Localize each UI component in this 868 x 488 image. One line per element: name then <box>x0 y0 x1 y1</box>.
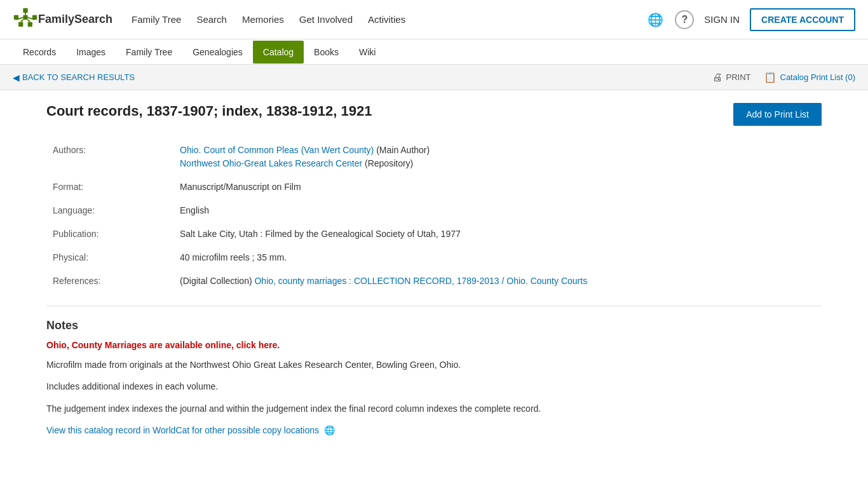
format-row: Format: Manuscript/Manuscript on Film <box>46 175 822 199</box>
authors-value: Ohio. Court of Common Pleas (Van Wert Co… <box>173 139 822 175</box>
publication-label: Publication: <box>46 222 173 246</box>
brand-name: FamilySearch <box>38 13 112 26</box>
publication-value: Salt Lake City, Utah : Filmed by the Gen… <box>173 222 822 246</box>
subnav-records[interactable]: Records <box>13 41 66 64</box>
references-row: References: (Digital Collection) Ohio, c… <box>46 269 822 293</box>
back-label: BACK TO SEARCH RESULTS <box>22 72 135 82</box>
subnav-catalog[interactable]: Catalog <box>253 41 304 64</box>
svg-rect-4 <box>18 22 23 26</box>
author1-role: (Main Author) <box>376 145 430 155</box>
notes-highlight: Ohio, County Marriages are available onl… <box>46 340 822 350</box>
subnav-images[interactable]: Images <box>66 41 116 64</box>
breadcrumb-right-actions: 🖨 PRINT 📋 Catalog Print List (0) <box>712 71 856 83</box>
nav-family-tree[interactable]: Family Tree <box>132 11 181 27</box>
top-nav-right: 🌐 ? SIGN IN CREATE ACCOUNT <box>646 8 855 31</box>
subnav-books[interactable]: Books <box>304 41 349 64</box>
sign-in-link[interactable]: SIGN IN <box>704 14 740 25</box>
publication-row: Publication: Salt Lake City, Utah : Film… <box>46 222 822 246</box>
sub-navigation: Records Images Family Tree Genealogies C… <box>0 39 868 65</box>
record-header: Court records, 1837-1907; index, 1838-19… <box>46 103 822 126</box>
physical-label: Physical: <box>46 246 173 269</box>
format-label: Format: <box>46 175 173 199</box>
subnav-family-tree[interactable]: Family Tree <box>116 41 182 64</box>
print-label: PRINT <box>726 72 751 82</box>
physical-row: Physical: 40 microfilm reels ; 35 mm. <box>46 246 822 269</box>
language-row: Language: English <box>46 199 822 222</box>
svg-rect-0 <box>23 8 27 12</box>
breadcrumb-bar: ◀ BACK TO SEARCH RESULTS 🖨 PRINT 📋 Catal… <box>0 65 868 90</box>
nav-get-involved[interactable]: Get Involved <box>299 11 353 27</box>
nav-activities[interactable]: Activities <box>368 11 405 27</box>
familysearch-logo-icon <box>13 7 38 32</box>
create-account-button[interactable]: CREATE ACCOUNT <box>750 8 855 31</box>
back-chevron-icon: ◀ <box>13 72 20 83</box>
note2-text: Includes additional indexes in each volu… <box>46 379 822 393</box>
svg-rect-2 <box>23 15 27 19</box>
nav-search[interactable]: Search <box>196 11 227 27</box>
language-label: Language: <box>46 199 173 222</box>
globe-button[interactable]: 🌐 <box>646 10 665 29</box>
globe-icon: 🌐 <box>648 12 663 27</box>
help-icon: ? <box>681 14 688 25</box>
svg-line-9 <box>21 20 24 22</box>
note3-text: The judgement index indexes the journal … <box>46 402 822 416</box>
references-label: References: <box>46 269 173 293</box>
catalog-print-list-link[interactable]: 📋 Catalog Print List (0) <box>764 71 856 83</box>
svg-line-10 <box>28 20 31 22</box>
add-to-print-list-button[interactable]: Add to Print List <box>733 103 822 126</box>
author1-link[interactable]: Ohio. Court of Common Pleas (Van Wert Co… <box>180 145 376 155</box>
worldcat-icon: 🌐 <box>324 425 335 435</box>
subnav-wiki[interactable]: Wiki <box>349 41 386 64</box>
record-title: Court records, 1837-1907; index, 1838-19… <box>46 103 733 119</box>
language-value: English <box>173 199 822 222</box>
print-link[interactable]: 🖨 PRINT <box>712 72 751 83</box>
list-icon: 📋 <box>764 71 776 83</box>
svg-rect-5 <box>28 22 32 26</box>
top-navigation: FamilySearch Family Tree Search Memories… <box>0 0 868 39</box>
subnav-genealogies[interactable]: Genealogies <box>182 41 253 64</box>
authors-label: Authors: <box>46 139 173 175</box>
references-prefix: (Digital Collection) <box>180 276 254 286</box>
note1-text: Microfilm made from originals at the Nor… <box>46 358 822 372</box>
section-divider <box>46 306 822 306</box>
author2-link[interactable]: Northwest Ohio-Great Lakes Research Cent… <box>180 158 365 168</box>
help-button[interactable]: ? <box>675 10 694 29</box>
authors-row: Authors: Ohio. Court of Common Pleas (Va… <box>46 139 822 175</box>
worldcat-row: View this catalog record in WorldCat for… <box>46 423 822 437</box>
references-value: (Digital Collection) Ohio, county marria… <box>173 269 822 293</box>
main-nav-links: Family Tree Search Memories Get Involved… <box>132 11 646 27</box>
notes-heading: Notes <box>46 319 822 332</box>
back-to-search-link[interactable]: ◀ BACK TO SEARCH RESULTS <box>13 72 135 83</box>
printer-icon: 🖨 <box>712 72 722 83</box>
catalog-print-label: Catalog Print List (0) <box>780 72 856 82</box>
notes-section: Notes Ohio, County Marriages are availab… <box>46 319 822 438</box>
reference-link1[interactable]: Ohio, county marriages : COLLECTION RECO… <box>254 276 587 286</box>
worldcat-link[interactable]: View this catalog record in WorldCat for… <box>46 425 319 435</box>
physical-value: 40 microfilm reels ; 35 mm. <box>173 246 822 269</box>
metadata-table: Authors: Ohio. Court of Common Pleas (Va… <box>46 139 822 293</box>
format-value: Manuscript/Manuscript on Film <box>173 175 822 199</box>
main-content: Court records, 1837-1907; index, 1838-19… <box>34 90 834 458</box>
author2-role: (Repository) <box>365 158 413 168</box>
logo-link[interactable]: FamilySearch <box>13 7 112 32</box>
ohio-marriages-link[interactable]: Ohio, County Marriages are available onl… <box>46 340 280 350</box>
nav-memories[interactable]: Memories <box>242 11 284 27</box>
